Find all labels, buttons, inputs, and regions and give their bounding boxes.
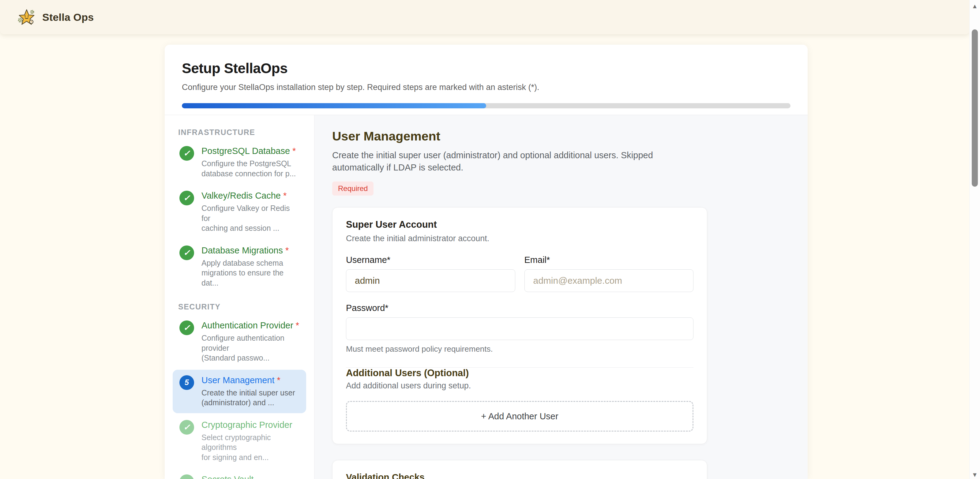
add-another-user-button[interactable]: + Add Another User (346, 401, 694, 431)
vertical-scrollbar[interactable]: ▲ ▼ (969, 0, 980, 479)
sidebar-step-postgresql-database[interactable]: ✓ PostgreSQL Database* Configure the Pos… (173, 140, 306, 184)
check-circle-icon: ✓ (180, 320, 194, 335)
scroll-up-arrow-icon[interactable]: ▲ (970, 3, 980, 9)
required-asterisk: * (296, 320, 299, 330)
additional-users-title: Additional Users (Optional) (346, 368, 694, 379)
step-title: Valkey/Redis Cache* (202, 191, 299, 201)
step-description: Configure Valkey or Redis for caching an… (202, 203, 299, 233)
step-title: Secrets Vault (202, 474, 297, 479)
scrollbar-thumb[interactable] (972, 29, 978, 187)
card-title: Validation Checks (346, 472, 694, 479)
sidebar-step-cryptographic-provider[interactable]: ✓ Cryptographic Provider Select cryptogr… (173, 414, 306, 468)
step-description: Configure the PostgreSQL database connec… (202, 159, 296, 178)
page-title: Setup StellaOps (182, 60, 791, 76)
setup-progress-fill (182, 103, 486, 108)
step-heading: User Management (332, 129, 808, 143)
additional-users-subtitle: Add additional users during setup. (346, 381, 694, 391)
section-label-security: SECURITY (178, 302, 314, 311)
setup-wizard-card: Setup StellaOps Configure your StellaOps… (165, 45, 808, 479)
check-circle-icon: ✓ (180, 474, 194, 479)
section-label-infrastructure: INFRASTRUCTURE (178, 128, 314, 137)
step-description-text: Create the initial super user (administr… (332, 149, 703, 173)
check-circle-icon: ✓ (180, 245, 194, 260)
super-user-account-card: Super User Account Create the initial ad… (332, 207, 707, 444)
card-title: Super User Account (346, 219, 694, 230)
required-asterisk: * (293, 146, 296, 156)
stellaops-logo (18, 9, 35, 25)
step-number-badge: 5 (180, 375, 194, 390)
page-subtitle: Configure your StellaOps installation st… (182, 83, 791, 92)
step-description: Create the initial super user (administr… (202, 388, 295, 408)
step-title: PostgreSQL Database* (202, 146, 296, 156)
step-description: Apply database schema migrations to ensu… (202, 258, 299, 288)
sidebar-step-database-migrations[interactable]: ✓ Database Migrations* Apply database sc… (173, 240, 306, 293)
username-label: Username* (346, 255, 515, 265)
check-circle-icon: ✓ (180, 420, 194, 434)
steps-sidebar: INFRASTRUCTURE ✓ PostgreSQL Database* Co… (165, 115, 314, 479)
step-description: Configure authentication provider (Stand… (202, 333, 299, 363)
sidebar-step-valkey-redis-cache[interactable]: ✓ Valkey/Redis Cache* Configure Valkey o… (173, 185, 306, 239)
required-badge: Required (332, 181, 374, 196)
card-subtitle: Create the initial administrator account… (346, 234, 694, 243)
required-asterisk: * (277, 375, 280, 385)
required-asterisk: * (283, 191, 286, 201)
top-app-bar: Stella Ops (0, 0, 970, 34)
sidebar-step-user-management[interactable]: 5 User Management* Create the initial su… (173, 370, 306, 413)
step-description: Select cryptographic algorithms for sign… (202, 433, 299, 463)
step-title: User Management* (202, 375, 295, 385)
required-asterisk: * (285, 245, 289, 255)
sidebar-step-secrets-vault[interactable]: ✓ Secrets Vault Configure a secrets vaul… (173, 469, 306, 479)
password-hint: Must meet password policy requirements. (346, 344, 694, 354)
sidebar-step-authentication-provider[interactable]: ✓ Authentication Provider* Configure aut… (173, 315, 306, 369)
check-circle-icon: ✓ (180, 146, 194, 161)
setup-progress-bar (182, 103, 791, 108)
step-title: Cryptographic Provider (202, 420, 299, 430)
email-input[interactable] (525, 269, 694, 292)
username-input[interactable] (346, 269, 515, 292)
step-title: Authentication Provider* (202, 320, 299, 331)
step-content-panel: User Management Create the initial super… (314, 115, 808, 479)
email-label: Email* (525, 255, 694, 265)
brand-name: Stella Ops (42, 11, 94, 23)
wizard-header: Setup StellaOps Configure your StellaOps… (165, 45, 808, 115)
validation-checks-card: Validation Checks exists Check passed (332, 460, 707, 479)
scroll-down-arrow-icon[interactable]: ▼ (970, 472, 980, 478)
password-label: Password* (346, 303, 694, 313)
check-circle-icon: ✓ (180, 191, 194, 205)
password-input[interactable] (346, 317, 694, 340)
step-title: Database Migrations* (202, 245, 299, 256)
